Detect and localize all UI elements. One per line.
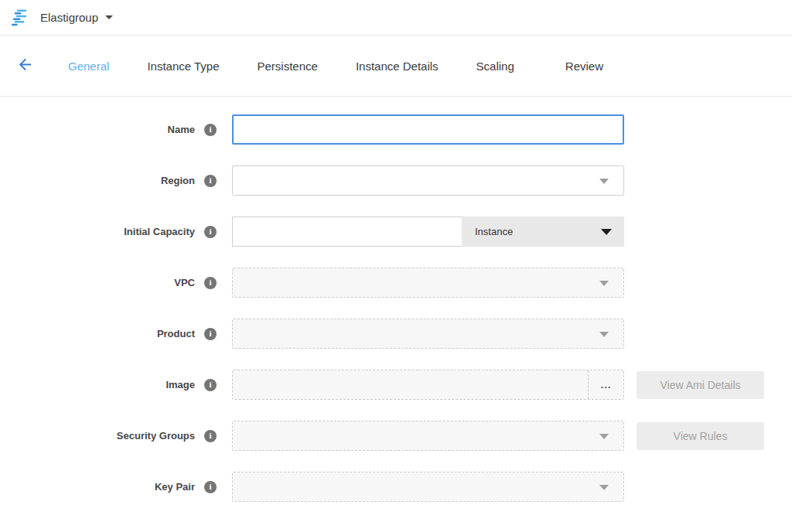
chevron-down-icon <box>599 434 609 439</box>
tab-instance-details[interactable]: Instance Details <box>354 56 440 76</box>
info-icon[interactable] <box>204 481 217 493</box>
chevron-down-icon <box>601 229 612 235</box>
form-row-image: Image ... View Ami Details <box>0 370 792 400</box>
form-row-vpc: VPC <box>0 268 792 298</box>
tab-instance-type[interactable]: Instance Type <box>145 56 220 76</box>
vpc-select[interactable] <box>232 268 624 298</box>
view-ami-details-button[interactable]: View Ami Details <box>637 371 764 399</box>
elastigroup-logo-icon <box>11 9 32 26</box>
arrow-left-icon <box>16 56 34 76</box>
security-groups-select[interactable] <box>232 421 624 451</box>
chevron-down-icon <box>599 281 609 286</box>
name-label: Name <box>168 124 195 135</box>
image-value[interactable] <box>233 370 588 399</box>
region-label: Region <box>161 175 195 186</box>
initial-capacity-input[interactable] <box>232 217 462 247</box>
security-groups-label: Security Groups <box>117 430 195 442</box>
app-title[interactable]: Elastigroup <box>40 11 98 24</box>
vpc-label: VPC <box>174 277 195 288</box>
form-row-region: Region <box>0 165 792 196</box>
info-icon[interactable] <box>204 430 217 442</box>
form-row-name: Name <box>0 114 792 145</box>
app-bar: Elastigroup <box>0 0 792 36</box>
tab-scaling[interactable]: Scaling <box>475 56 516 76</box>
image-browse-button[interactable]: ... <box>588 370 623 399</box>
info-icon[interactable] <box>204 379 217 391</box>
general-settings-form: Name Region Initial Capacity Ins <box>0 97 792 502</box>
info-icon[interactable] <box>204 124 217 136</box>
chevron-down-icon <box>599 485 609 490</box>
initial-capacity-label: Initial Capacity <box>124 226 195 237</box>
form-row-initial-capacity: Initial Capacity Instance <box>0 217 792 247</box>
form-row-product: Product <box>0 319 792 349</box>
view-rules-button[interactable]: View Rules <box>637 422 764 450</box>
wizard-tabbar: General Instance Type Persistence Instan… <box>0 36 792 97</box>
back-button[interactable] <box>15 56 34 75</box>
capacity-unit-value: Instance <box>475 226 513 237</box>
info-icon[interactable] <box>204 277 217 289</box>
key-pair-select[interactable] <box>232 472 624 502</box>
key-pair-label: Key Pair <box>155 481 195 493</box>
wizard-tabs: General Instance Type Persistence Instan… <box>67 56 640 76</box>
chevron-down-icon <box>599 179 609 184</box>
region-select[interactable] <box>232 165 624 196</box>
info-icon[interactable] <box>204 328 217 340</box>
capacity-unit-select[interactable]: Instance <box>462 217 624 247</box>
image-label: Image <box>166 379 195 390</box>
product-select[interactable] <box>232 319 624 349</box>
form-row-key-pair: Key Pair <box>0 472 792 502</box>
chevron-down-icon <box>599 332 609 337</box>
info-icon[interactable] <box>204 226 217 238</box>
info-icon[interactable] <box>204 175 217 187</box>
product-label: Product <box>157 328 195 339</box>
tab-persistence[interactable]: Persistence <box>256 56 319 76</box>
form-row-security-groups: Security Groups View Rules <box>0 421 792 451</box>
tab-general[interactable]: General <box>67 56 111 76</box>
tab-review[interactable]: Review <box>564 56 605 76</box>
chevron-down-icon[interactable] <box>105 15 113 19</box>
image-field: ... <box>232 370 624 400</box>
name-input[interactable] <box>232 114 624 145</box>
